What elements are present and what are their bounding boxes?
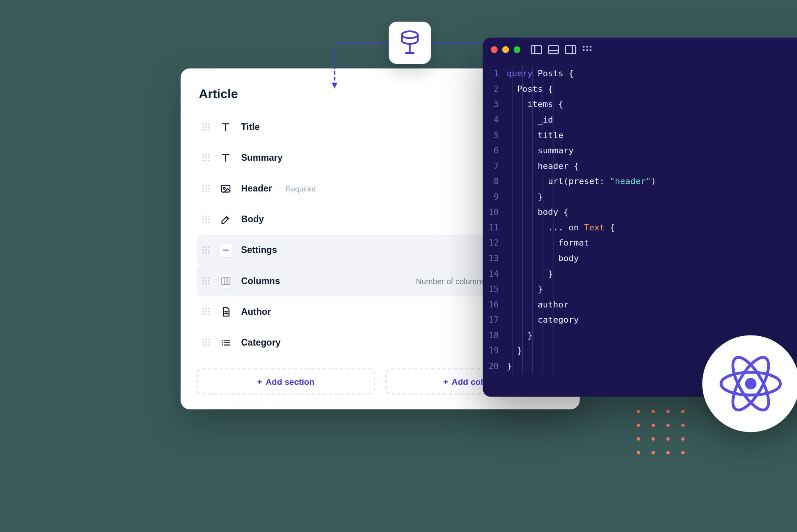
grid-drag-icon[interactable] <box>582 45 592 54</box>
drag-handle-icon[interactable] <box>202 308 211 316</box>
layout-bottom-icon[interactable] <box>548 45 559 54</box>
svg-point-27 <box>590 46 592 48</box>
database-icon <box>398 30 421 55</box>
field-label: Category <box>241 337 281 348</box>
required-badge: Required <box>286 184 316 193</box>
svg-point-6 <box>223 187 225 189</box>
field-label: Title <box>241 122 260 132</box>
plus-icon: + <box>443 377 448 386</box>
react-badge <box>702 335 797 432</box>
svg-point-28 <box>583 49 585 51</box>
database-node[interactable] <box>389 22 431 64</box>
field-type-icon <box>218 212 233 227</box>
window-traffic-lights[interactable] <box>491 46 520 53</box>
drag-handle-icon[interactable] <box>202 123 211 131</box>
field-label: Summary <box>241 153 283 163</box>
svg-rect-8 <box>221 278 230 284</box>
field-type-icon <box>218 304 233 319</box>
add-section-button[interactable]: + Add section <box>197 368 375 394</box>
dash-icon <box>220 244 231 256</box>
code-titlebar <box>483 38 797 62</box>
code-gutter: 1234567891011121314151617181920 <box>488 66 507 374</box>
field-label: Settings <box>241 245 277 255</box>
field-label: Author <box>241 307 271 317</box>
field-type-icon <box>218 335 233 350</box>
drag-handle-icon[interactable] <box>202 339 211 347</box>
svg-point-29 <box>586 49 588 51</box>
drag-handle-icon[interactable] <box>202 185 211 193</box>
image-icon <box>220 183 231 194</box>
svg-point-2 <box>402 32 418 39</box>
layout-right-icon[interactable] <box>565 45 576 54</box>
field-type-icon <box>218 243 233 258</box>
text-icon <box>220 121 231 133</box>
field-label: Columns <box>241 276 280 286</box>
columns-prompt: Number of columns: <box>416 277 488 286</box>
field-type-icon <box>218 181 233 196</box>
field-type-icon <box>218 120 233 135</box>
svg-point-26 <box>586 46 588 48</box>
svg-point-17 <box>222 344 223 346</box>
drag-handle-icon[interactable] <box>202 246 211 255</box>
edit-icon <box>220 214 231 225</box>
code-content[interactable]: query Posts { Posts { items { _id title … <box>507 66 656 374</box>
close-icon[interactable] <box>491 46 498 53</box>
list-icon <box>220 337 231 348</box>
svg-point-25 <box>583 46 585 48</box>
drag-handle-icon[interactable] <box>202 277 211 285</box>
layout-left-icon[interactable] <box>531 45 542 54</box>
svg-point-15 <box>222 342 223 343</box>
minimize-icon[interactable] <box>502 46 509 53</box>
svg-rect-19 <box>531 46 541 54</box>
field-type-icon <box>218 274 233 288</box>
maximize-icon[interactable] <box>514 46 521 53</box>
react-icon <box>716 349 785 418</box>
decorative-dot-grid <box>637 410 687 457</box>
field-type-icon <box>218 151 233 165</box>
svg-point-34 <box>745 378 756 389</box>
text-icon <box>220 152 231 163</box>
drag-handle-icon[interactable] <box>202 154 211 162</box>
svg-rect-23 <box>565 46 576 54</box>
document-icon <box>220 306 231 318</box>
columns-icon <box>220 276 231 287</box>
svg-rect-21 <box>548 46 558 54</box>
plus-icon: + <box>257 377 262 386</box>
svg-point-30 <box>590 49 592 51</box>
drag-handle-icon[interactable] <box>202 216 211 224</box>
field-label: Body <box>241 214 264 225</box>
field-label: Header <box>241 184 272 194</box>
svg-point-13 <box>222 340 223 341</box>
